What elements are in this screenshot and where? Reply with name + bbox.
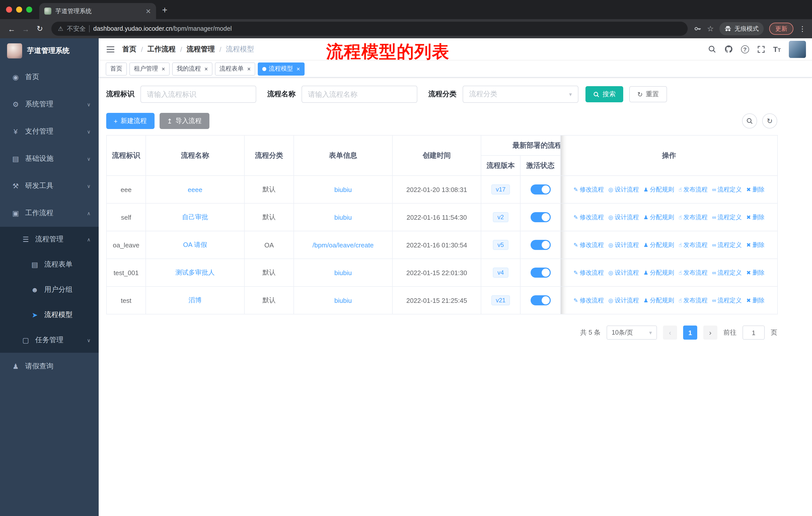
tag-process-form[interactable]: 流程表单 × [215,62,255,75]
version-tag[interactable]: v17 [491,184,510,194]
process-name-link[interactable]: 滔博 [188,296,202,304]
form-link[interactable]: biubiu [334,186,352,193]
form-link[interactable]: biubiu [334,297,352,304]
breadcrumb-workflow[interactable]: 工作流程 [147,45,176,54]
reset-button[interactable]: ↻ 重置 [629,86,667,102]
edit-action-link[interactable]: ✎修改流程 [574,213,604,221]
design-action-link[interactable]: ◎设计流程 [608,241,639,249]
version-tag[interactable]: v21 [491,295,510,305]
close-window-button[interactable] [6,6,12,12]
tag-tenant[interactable]: 租户管理 × [129,62,170,75]
status-toggle[interactable] [530,240,550,250]
import-process-button[interactable]: ↥ 导入流程 [159,113,209,129]
font-size-icon[interactable]: TT [773,45,781,53]
bookmark-star-icon[interactable]: ☆ [707,24,714,33]
definition-action-link[interactable]: ∞流程定义 [712,296,742,305]
minimize-window-button[interactable] [16,6,22,12]
fullscreen-icon[interactable] [757,45,765,53]
back-button[interactable]: ← [6,24,17,33]
definition-action-link[interactable]: ∞流程定义 [712,185,742,194]
search-button[interactable]: 搜索 [585,86,623,102]
process-name-link[interactable]: 测试多审批人 [175,269,215,276]
edit-action-link[interactable]: ✎修改流程 [574,268,604,277]
design-action-link[interactable]: ◎设计流程 [608,213,639,221]
sidebar-item-devtools[interactable]: ⚒ 研发工具 ∨ [0,172,99,199]
form-link[interactable]: biubiu [334,269,352,276]
publish-action-link[interactable]: ☝发布流程 [678,241,707,249]
sidebar-item-process-management[interactable]: ☰ 流程管理 ∧ [0,227,99,252]
version-tag[interactable]: v4 [493,268,508,278]
status-toggle[interactable] [530,268,550,278]
reload-button[interactable]: ↻ [34,24,45,33]
edit-action-link[interactable]: ✎修改流程 [574,241,604,249]
delete-action-link[interactable]: ✖删除 [746,268,764,277]
sidebar-item-home[interactable]: ◉ 首页 [0,63,99,91]
assign-rule-action-link[interactable]: ♟分配规则 [643,241,674,249]
assign-rule-action-link[interactable]: ♟分配规则 [643,296,674,305]
version-tag[interactable]: v5 [493,240,508,250]
process-name-link[interactable]: 自己审批 [182,213,208,221]
create-process-button[interactable]: + 新建流程 [106,113,154,129]
publish-action-link[interactable]: ☝发布流程 [678,185,707,194]
breadcrumb-home[interactable]: 首页 [122,45,137,54]
form-link[interactable]: biubiu [334,213,352,221]
delete-action-link[interactable]: ✖删除 [746,241,764,249]
show-search-button[interactable] [742,113,757,129]
category-select[interactable]: 流程分类 ▾ [463,86,578,103]
sidebar-item-payment[interactable]: ¥ 支付管理 ∨ [0,118,99,145]
process-name-link[interactable]: OA 请假 [183,241,207,248]
sidebar-item-leave-query[interactable]: ♟ 请假查询 [0,353,99,380]
edit-action-link[interactable]: ✎修改流程 [574,296,604,305]
goto-page-input[interactable] [743,326,765,340]
sidebar-item-infrastructure[interactable]: ▤ 基础设施 ∨ [0,145,99,172]
form-link[interactable]: /bpm/oa/leave/create [313,241,374,249]
maximize-window-button[interactable] [26,6,32,12]
status-toggle[interactable] [530,184,550,194]
version-tag[interactable]: v2 [493,212,508,222]
sidebar-item-workflow[interactable]: ▣ 工作流程 ∧ [0,199,99,227]
publish-action-link[interactable]: ☝发布流程 [678,213,707,221]
status-toggle[interactable] [530,295,550,305]
design-action-link[interactable]: ◎设计流程 [608,296,639,305]
hamburger-icon[interactable] [99,46,122,53]
publish-action-link[interactable]: ☝发布流程 [678,296,707,305]
definition-action-link[interactable]: ∞流程定义 [712,213,742,221]
process-name-link[interactable]: eeee [188,186,202,193]
page-size-select[interactable]: 10条/页 ▾ [607,326,657,340]
tag-my-process[interactable]: 我的流程 × [172,62,212,75]
next-page-button[interactable]: › [703,326,717,340]
user-avatar[interactable] [789,40,806,58]
close-icon[interactable]: × [247,65,251,72]
refresh-table-button[interactable]: ↻ [762,113,777,129]
design-action-link[interactable]: ◎设计流程 [608,268,639,277]
delete-action-link[interactable]: ✖删除 [746,213,764,221]
sidebar-item-process-model[interactable]: ➤ 流程模型 [0,302,99,328]
process-name-input[interactable] [301,86,417,103]
help-icon[interactable]: ? [741,45,749,53]
sidebar-item-process-form[interactable]: ▤ 流程表单 [0,252,99,277]
breadcrumb-process-management[interactable]: 流程管理 [187,45,215,54]
close-icon[interactable]: × [162,65,165,72]
github-icon[interactable] [724,45,733,53]
publish-action-link[interactable]: ☝发布流程 [678,268,707,277]
password-key-icon[interactable] [693,25,701,33]
tag-home[interactable]: 首页 [106,62,127,75]
assign-rule-action-link[interactable]: ♟分配规则 [643,213,674,221]
definition-action-link[interactable]: ∞流程定义 [712,268,742,277]
sidebar-item-user-group[interactable]: ☻ 用户分组 [0,277,99,302]
prev-page-button[interactable]: ‹ [663,326,677,340]
close-icon[interactable]: × [204,65,208,72]
edit-action-link[interactable]: ✎修改流程 [574,185,604,194]
assign-rule-action-link[interactable]: ♟分配规则 [643,185,674,194]
close-icon[interactable]: × [296,65,300,72]
sidebar-item-system[interactable]: ⚙ 系统管理 ∨ [0,91,99,118]
sidebar-item-task-management[interactable]: ▢ 任务管理 ∨ [0,328,99,353]
browser-menu-icon[interactable]: ⋮ [799,25,806,33]
definition-action-link[interactable]: ∞流程定义 [712,241,742,249]
current-page-button[interactable]: 1 [683,326,697,340]
new-tab-button[interactable]: + [162,5,167,16]
status-toggle[interactable] [530,212,550,222]
assign-rule-action-link[interactable]: ♟分配规则 [643,268,674,277]
tab-close-icon[interactable]: ✕ [145,7,151,15]
process-key-input[interactable] [141,86,256,103]
